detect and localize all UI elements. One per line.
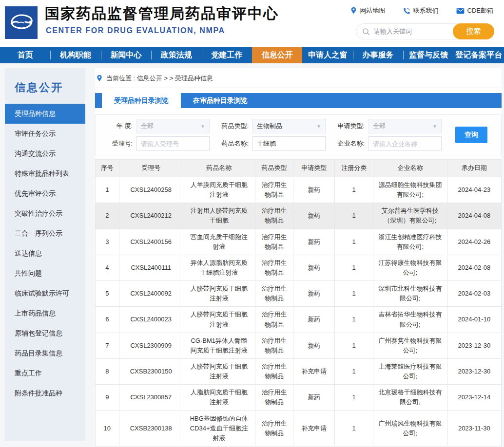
nav-item[interactable]: 登记备案平台 xyxy=(454,47,504,63)
nav-item[interactable]: 监督与反馈 xyxy=(403,47,453,63)
nav-item[interactable]: 办事服务 xyxy=(353,47,403,63)
table-cell: 2023-12-30 xyxy=(447,358,501,384)
nav-item[interactable]: 新闻中心 xyxy=(101,47,151,63)
search-button[interactable]: 搜索 xyxy=(453,23,494,39)
sidebar-item[interactable]: 受理品种信息 xyxy=(5,104,85,124)
table-cell: 2023-12-14 xyxy=(447,385,501,410)
filter-label: 企业名称: xyxy=(331,139,365,148)
acceptance-no-input[interactable] xyxy=(136,136,210,151)
table-row: 10CXSB2300138HBG基因修饰的自体CD34+造血干细胞注射液治疗用生… xyxy=(96,410,502,446)
table-header-cell: 申请类型 xyxy=(293,160,335,177)
table-cell: CXSL2400111 xyxy=(119,255,183,280)
cde-logo xyxy=(5,6,38,39)
table-cell: 治疗用生物制品 xyxy=(255,333,293,358)
search-input[interactable] xyxy=(370,28,453,35)
location-pin-icon xyxy=(96,74,103,82)
table-cell: CXSL2400212 xyxy=(119,203,183,229)
table-cell: 人脐带间充质干细胞注射液 xyxy=(183,307,255,333)
sidebar-item[interactable]: 审评任务公示 xyxy=(5,124,85,144)
table-row: 8CXSB2300150人脐带间充质干细胞注射液治疗用生物制品补充申请1上海莱馥… xyxy=(96,358,502,384)
results-table: 序号受理号药品名称药品类型申请类型注册分类企业名称承办日期 1CXSL24002… xyxy=(95,159,502,447)
table-cell: 广州赛隽生物科技有限公司; xyxy=(373,333,447,358)
company-name-input[interactable] xyxy=(368,136,442,151)
table-cell: 浙江生创精准医疗科技有限公司; xyxy=(373,229,447,255)
top-link-phone[interactable]: 联系我们 xyxy=(403,6,439,15)
filter-label: 受理号: xyxy=(99,139,133,148)
sidebar-item[interactable]: 附条件批准品种 xyxy=(5,383,85,403)
table-cell: 1 xyxy=(335,255,373,280)
apply-type-select[interactable]: 全部▼ xyxy=(368,119,442,133)
tab[interactable]: 受理品种目录浏览 xyxy=(102,93,181,108)
drug-type-select[interactable]: 生物制品▼ xyxy=(252,119,326,133)
table-cell: 治疗用生物制品 xyxy=(255,307,293,333)
site-header: 国家药品监督管理局药品审评中心 CENTER FOR DRUG EVALUATI… xyxy=(0,0,504,47)
nav-item[interactable]: 信息公开 xyxy=(252,47,302,63)
sidebar-item[interactable]: 临床试验默示许可 xyxy=(5,283,85,303)
filter-label: 申请类型: xyxy=(331,122,365,130)
filter-group: 受理号: xyxy=(99,136,210,151)
main-nav: 首页机构职能新闻中心政策法规党建工作信息公开申请人之窗办事服务监督与反馈登记备案… xyxy=(0,47,504,63)
table-cell: 2024-02-03 xyxy=(447,281,501,307)
nav-item[interactable]: 首页 xyxy=(0,47,50,63)
table-cell: 源品细胞生物科技集团有限公司; xyxy=(373,177,447,203)
table-cell: CXSL2300857 xyxy=(119,385,183,410)
top-link-label: 网站地图 xyxy=(360,6,386,15)
table-cell: 2 xyxy=(96,203,119,229)
sidebar-item[interactable]: 三合一序列公示 xyxy=(5,224,85,243)
nav-item[interactable]: 党建工作 xyxy=(202,47,252,63)
table-cell: 新药 xyxy=(293,255,335,280)
filter-group: 申请类型:全部▼ xyxy=(331,119,442,133)
table-cell: 新药 xyxy=(293,385,335,410)
table-cell: 治疗用生物制品 xyxy=(255,229,293,255)
table-cell: 1 xyxy=(335,229,373,255)
table-cell: 北京瑷格干细胞科技有限公司; xyxy=(373,385,447,410)
table-cell: CXSB2300138 xyxy=(119,410,183,446)
tab[interactable]: 在审品种目录浏览 xyxy=(181,93,260,108)
location-pin-icon xyxy=(350,7,357,15)
table-header-cell: 企业名称 xyxy=(373,160,447,177)
drug-name-input[interactable] xyxy=(252,136,326,151)
table-cell: 新药 xyxy=(293,229,335,255)
top-link-mail[interactable]: CDE邮箱 xyxy=(456,6,493,15)
sidebar-item[interactable]: 共性问题 xyxy=(5,263,85,283)
nav-item[interactable]: 机构职能 xyxy=(50,47,100,63)
table-cell: 新药 xyxy=(293,177,335,203)
table-cell: 5 xyxy=(96,281,119,307)
filter-label: 年 度: xyxy=(99,122,133,130)
year-select[interactable]: 全部▼ xyxy=(136,119,210,133)
table-cell: 1 xyxy=(335,203,373,229)
table-header-cell: 药品类型 xyxy=(255,160,293,177)
table-row: 2CXSL2400212注射用人脐带间充质干细胞治疗用生物制品新药1艾尔普再生医… xyxy=(96,203,502,229)
sidebar-item[interactable]: 药品目录集信息 xyxy=(5,343,85,363)
table-cell: CXSL2300909 xyxy=(119,333,183,358)
top-link-location-pin[interactable]: 网站地图 xyxy=(350,6,386,15)
table-row: 6CXSL2400023人脐带间充质干细胞注射液治疗用生物制品新药1吉林省拓华生… xyxy=(96,307,502,333)
table-cell: 人脐带间充质干细胞注射液 xyxy=(183,358,255,384)
sidebar-item[interactable]: 送达信息 xyxy=(5,243,85,263)
sidebar-item[interactable]: 突破性治疗公示 xyxy=(5,204,85,224)
nav-item[interactable]: 申请人之窗 xyxy=(302,47,352,63)
sidebar-title: 信息公开 xyxy=(5,68,85,104)
sidebar-item[interactable]: 原辅包登记信息 xyxy=(5,323,85,343)
table-cell: CXSL2400156 xyxy=(119,229,183,255)
sidebar-item[interactable]: 重点工作 xyxy=(5,363,85,383)
chevron-down-icon: ▼ xyxy=(200,124,205,129)
table-cell: 上海莱馥医疗科技有限公司; xyxy=(373,358,447,384)
sidebar-item[interactable]: 上市药品信息 xyxy=(5,303,85,323)
query-button[interactable]: 查询 xyxy=(455,127,487,143)
sidebar-item[interactable]: 优先审评公示 xyxy=(5,184,85,204)
table-cell: 9 xyxy=(96,385,119,410)
filter-group: 企业名称: xyxy=(331,136,442,151)
sidebar-item[interactable]: 沟通交流公示 xyxy=(5,144,85,164)
table-cell: 1 xyxy=(335,307,373,333)
table-cell: 治疗用生物制品 xyxy=(255,410,293,446)
table-cell: 治疗用生物制品 xyxy=(255,385,293,410)
select-value: 全部 xyxy=(141,122,154,130)
sidebar-item[interactable]: 特殊审批品种列表 xyxy=(5,164,85,184)
table-cell: 10 xyxy=(96,410,119,446)
table-header-cell: 注册分类 xyxy=(335,160,373,177)
nav-item[interactable]: 政策法规 xyxy=(151,47,201,63)
table-cell: 新药 xyxy=(293,203,335,229)
tab-bar: 受理品种目录浏览在审品种目录浏览 xyxy=(95,93,502,108)
breadcrumb: 当前位置 : 信息公开 > > 受理品种信息 xyxy=(95,68,502,88)
